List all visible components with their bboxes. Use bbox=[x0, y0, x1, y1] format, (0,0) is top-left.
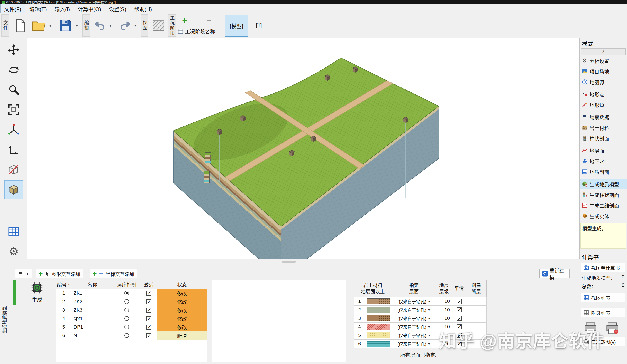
borehole-row-5[interactable]: 5 DP1 修改 bbox=[56, 323, 207, 331]
rotate-tool[interactable] bbox=[4, 61, 23, 79]
active-checkbox[interactable] bbox=[146, 308, 151, 313]
remodel-button[interactable]: 重新建模 bbox=[539, 269, 570, 278]
mode-item-strata-surface[interactable]: 地层面 bbox=[580, 145, 627, 156]
detail-list-panel[interactable] bbox=[212, 279, 346, 362]
add-graphic-button[interactable]: + 图形交互添加 bbox=[36, 269, 83, 278]
settings-gear-button[interactable]: ⚙ bbox=[4, 242, 23, 261]
fault-cell[interactable] bbox=[466, 306, 487, 314]
mode-panel-collapse-button[interactable]: ∧ bbox=[581, 48, 626, 55]
redo-button[interactable] bbox=[117, 15, 133, 36]
col-header-name[interactable]: 名称 bbox=[71, 280, 113, 289]
mode-item-soil-materials[interactable]: 岩土材料 bbox=[580, 122, 627, 133]
remove-stage-button[interactable]: − bbox=[204, 16, 214, 25]
smooth-checkbox[interactable] bbox=[457, 307, 462, 313]
model-count-value: 0 bbox=[622, 274, 625, 281]
display-style-button[interactable] bbox=[150, 15, 167, 36]
geological-section-icon bbox=[581, 169, 588, 175]
stage-name-button[interactable]: 工况阶段名称 bbox=[178, 27, 215, 35]
order-radio[interactable] bbox=[124, 291, 129, 295]
order-radio[interactable] bbox=[124, 308, 129, 313]
mode-item-generate-geological-model[interactable]: 生成地质模型 bbox=[580, 179, 627, 189]
generate-button[interactable]: 生成 bbox=[20, 279, 54, 305]
mode-item-survey-data[interactable]: 勘察数据 bbox=[580, 112, 627, 122]
horizontal-splitter[interactable] bbox=[0, 259, 579, 264]
order-radio[interactable] bbox=[124, 333, 129, 338]
order-radio[interactable] bbox=[124, 325, 129, 329]
save-dropdown-arrow-icon[interactable]: ▼ bbox=[74, 15, 80, 36]
layer-row-2[interactable]: 2 (仅来自于钻孔)▼ 10 bbox=[354, 306, 487, 314]
active-checkbox[interactable] bbox=[146, 291, 151, 296]
order-radio[interactable] bbox=[124, 316, 129, 321]
smooth-checkbox[interactable] bbox=[457, 316, 462, 321]
col-header-id[interactable]: 编号▲ bbox=[56, 280, 71, 289]
list-menu-button[interactable]: ▼ bbox=[15, 269, 32, 278]
mode-item-project-site[interactable]: 项目场地 bbox=[580, 66, 627, 77]
mode-item-generate-2d-sections[interactable]: 生成二维剖面 bbox=[580, 200, 627, 211]
move-tool[interactable] bbox=[4, 41, 23, 59]
add-coordinates-button[interactable]: + 坐标交互添加 bbox=[90, 269, 137, 278]
mode-item-geological-section[interactable]: 地质剖面 bbox=[580, 166, 627, 177]
assign-dropdown[interactable]: (仅来自于钻孔)▼ bbox=[392, 331, 436, 340]
col-header-fault: 创建 断层 bbox=[466, 280, 487, 297]
open-dropdown-arrow-icon[interactable]: ▼ bbox=[48, 15, 53, 36]
borehole-row-3[interactable]: 3 ZK3 修改 bbox=[56, 306, 207, 314]
borehole-row-1[interactable]: 1 ZK1 修改 bbox=[56, 289, 207, 297]
menu-report[interactable]: 计算书(O) bbox=[74, 4, 104, 13]
mode-item-map-source[interactable]: 地图源 bbox=[580, 77, 627, 87]
active-checkbox[interactable] bbox=[146, 325, 151, 330]
grid-table-button[interactable] bbox=[4, 222, 23, 241]
assign-dropdown[interactable]: (仅来自于钻孔)▼ bbox=[392, 297, 436, 306]
model-stage-button[interactable]: [模型] bbox=[225, 15, 248, 37]
active-checkbox[interactable] bbox=[146, 333, 151, 338]
assign-dropdown[interactable]: (仅来自于钻孔)▼ bbox=[392, 314, 436, 323]
assign-dropdown[interactable]: (仅来自于钻孔)▼ bbox=[392, 306, 436, 314]
printer-settings-icon[interactable] bbox=[605, 322, 619, 335]
layer-row-3[interactable]: 3 (仅来自于钻孔)▼ 10 bbox=[354, 314, 487, 323]
menu-file[interactable]: 文件(F) bbox=[0, 4, 25, 13]
col-header-order[interactable]: 层序控制 bbox=[113, 280, 140, 289]
new-file-button[interactable] bbox=[12, 15, 29, 36]
appendix-list-button[interactable]: 附录列表 bbox=[581, 308, 626, 317]
borehole-row-2[interactable]: 2 ZK2 修改 bbox=[56, 297, 207, 306]
menu-edit[interactable]: 编辑(E) bbox=[26, 4, 50, 13]
fault-cell[interactable] bbox=[466, 314, 487, 323]
mode-item-terrain-point[interactable]: 地形点 bbox=[580, 89, 627, 99]
mode-item-generate-borehole-profiles[interactable]: 生成柱状剖面 bbox=[580, 189, 627, 200]
zoom-tool[interactable] bbox=[4, 80, 23, 99]
menu-help[interactable]: 帮助(H) bbox=[131, 4, 155, 13]
smooth-checkbox[interactable] bbox=[457, 299, 462, 304]
mode-item-generate-solids[interactable]: 生成实体 bbox=[580, 211, 627, 221]
mode-item-borehole-profile[interactable]: 柱状剖面 bbox=[580, 133, 627, 144]
screenshot-list-button[interactable]: 截图列表 bbox=[581, 293, 626, 302]
undo-dropdown-arrow-icon[interactable]: ▼ bbox=[107, 15, 113, 36]
col-header-status[interactable]: 状态 bbox=[157, 280, 207, 289]
layer-row-1[interactable]: 1 (仅来自于钻孔)▼ 10 bbox=[354, 297, 487, 306]
order-radio[interactable] bbox=[124, 299, 129, 304]
axis-orientation-tool[interactable] bbox=[4, 140, 23, 159]
3d-model-viewport[interactable] bbox=[27, 38, 579, 259]
assign-dropdown[interactable]: (仅来自于钻孔)▼ bbox=[392, 340, 436, 348]
mode-item-groundwater[interactable]: 地下水 bbox=[580, 156, 627, 166]
save-button[interactable] bbox=[57, 15, 74, 36]
capture-to-report-button[interactable]: 截图至计算书 bbox=[581, 263, 626, 272]
borehole-row-4[interactable]: 4 cpt1 修改 bbox=[56, 314, 207, 323]
axes-view-tool[interactable] bbox=[4, 120, 23, 139]
redo-dropdown-arrow-icon[interactable]: ▼ bbox=[132, 15, 138, 36]
menu-settings[interactable]: 设置(S) bbox=[105, 4, 130, 13]
wireframe-view-tool[interactable] bbox=[4, 160, 23, 179]
borehole-column-icon bbox=[581, 135, 588, 141]
borehole-row-6[interactable]: 6 N 新增 bbox=[56, 331, 207, 340]
active-checkbox[interactable] bbox=[146, 299, 151, 304]
undo-button[interactable] bbox=[92, 15, 108, 36]
menu-input[interactable]: 输入(I) bbox=[51, 4, 74, 13]
add-stage-button[interactable]: + bbox=[180, 16, 189, 25]
fit-view-tool[interactable] bbox=[4, 100, 23, 119]
active-checkbox[interactable] bbox=[146, 316, 151, 321]
col-header-active[interactable]: 激活 bbox=[140, 280, 157, 289]
open-file-button[interactable] bbox=[30, 15, 48, 36]
mode-item-terrain-edge[interactable]: 地形边 bbox=[580, 99, 627, 110]
assign-dropdown[interactable]: (仅来自于钻孔)▼ bbox=[392, 323, 436, 331]
fault-cell[interactable] bbox=[466, 297, 487, 306]
solid-view-tool[interactable] bbox=[4, 180, 23, 199]
mode-item-analysis-settings[interactable]: ⚙ 分析设置 bbox=[580, 55, 627, 66]
